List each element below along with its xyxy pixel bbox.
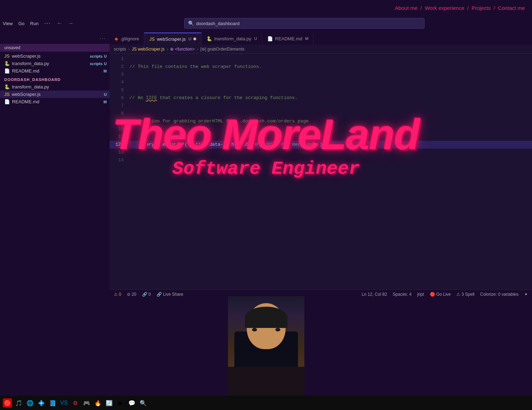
py-tab-icon: 🐍 [206,36,212,41]
taskbar-icon-1[interactable]: 🎵 [14,398,23,408]
webcam-face [228,296,304,395]
editor-wrapper: View Go Run ··· ← → 🔍 doordash_dashboard… [0,16,532,299]
nav-sep-2: / [467,5,469,11]
code-line-10 [129,125,532,133]
tab-readme[interactable]: 📄 README.md M [262,33,314,45]
code-line-6: // An IIFE that creates a closure for th… [129,94,532,102]
status-colorize: Colorize: 0 variables [480,292,519,297]
ln-8: 8 [110,110,124,117]
nav-work[interactable]: Work experience [425,5,464,11]
ln-2: 2 [110,63,124,71]
tab-gitignore[interactable]: ◆ .gitignore [110,33,144,45]
py-icon-3: 🐍 [4,84,10,89]
code-line-14 [129,156,532,164]
code-area[interactable]: 1 2 3 4 5 6 7 8 9 10 11 12 13 14 [110,54,532,289]
nav-sep-1: / [420,5,422,11]
taskbar-icon-10[interactable]: ▶ [116,398,125,408]
taskbar-icon-12[interactable]: 🔍 [139,398,148,408]
tab-transform[interactable]: 🐍 transform_data.py U [201,33,262,45]
taskbar-icon-8[interactable]: 🔥 [93,398,103,408]
sidebar-filename-5: README.md [12,99,102,104]
face-eyes [252,328,280,331]
status-cursor: Ln 12, Col 82 [362,292,387,297]
status-go-live[interactable]: 🔴 Go Live [430,292,451,297]
tab-transform-suffix: U [254,36,257,41]
taskbar-icon-5[interactable]: VS [59,398,69,408]
taskbar-icon-0[interactable]: 🔴 [3,398,12,408]
code-line-13 [129,149,532,156]
ln-12: 12 [110,141,124,149]
nav-sep-3: / [493,5,495,11]
tab-readme-label: README.md [275,36,302,41]
search-bar[interactable]: 🔍 doordash_dashboard [184,18,425,29]
nav-back[interactable]: ← [57,20,63,27]
js-tab-icon: JS [149,36,154,42]
code-line-11 [129,133,532,141]
code-line-2: // This file contains the web scraper fu… [129,63,532,71]
search-text: doordash_dashboard [196,21,240,26]
editor-main: ··· unsaved JS webScraper.js scripts U 🐍… [0,31,532,299]
nav-about[interactable]: About me [395,5,417,11]
js-icon-4: JS [4,92,10,97]
editor-tabs: ◆ .gitignore JS webScraper.js U 🐍 transf… [110,31,532,45]
status-extra: ✦ [524,292,528,297]
nav-projects[interactable]: Projects [472,5,491,11]
menu-run[interactable]: Run [30,21,39,26]
sidebar-file-0[interactable]: JS webScraper.js scripts U [0,52,110,60]
breadcrumb-file: JS webScraper.js [132,47,165,52]
sidebar-filename-1: transform_data.py [12,61,88,66]
taskbar-icon-2[interactable]: 🌐 [25,398,35,408]
sidebar-more[interactable]: ··· [100,35,106,41]
sidebar-filename-4: webScraper.js [12,92,103,97]
search-bar-wrapper: 🔍 doordash_dashboard [184,18,425,29]
status-warnings: ⚠ 0 [114,292,121,297]
sidebar-file-4[interactable]: JS webScraper.js U [0,91,110,98]
ln-4: 4 [110,79,124,86]
code-line-8 [129,110,532,117]
status-wireless: 🔗 0 [142,292,151,297]
taskbar-icon-6[interactable]: ⚙ [71,398,80,408]
sidebar-badge-1: scripts [90,62,103,66]
js-file-icon: JS [4,53,10,59]
ln-10: 10 [110,125,124,133]
sidebar-file-2[interactable]: 📄 README.md M [0,67,110,75]
bc-sep-3: › [197,47,198,52]
tab-webscraper[interactable]: JS webScraper.js U [144,33,201,45]
menu-view[interactable]: View [3,21,13,26]
nav-contact[interactable]: Contact me [498,5,525,11]
ln-11: 11 [110,133,124,141]
md-icon-5: 📄 [4,99,10,104]
top-nav: About me / Work experience / Projects / … [0,0,532,16]
git-icon: ◆ [115,36,118,41]
code-line-7 [129,102,532,110]
sidebar-badge-0: scripts [90,54,103,58]
nav-forward[interactable]: → [68,20,74,27]
taskbar-icon-3[interactable]: 💠 [37,398,46,408]
taskbar-icon-7[interactable]: 🎮 [82,398,91,408]
face-shape [247,303,286,349]
menu-go[interactable]: Go [18,21,24,26]
status-live-share[interactable]: 🔗 Live Share [157,292,183,297]
ln-9: 9 [110,117,124,125]
status-right: Ln 12, Col 82 Spaces: 4 jript 🔴 Go Live … [362,292,528,297]
sidebar-header: ··· [0,33,110,44]
sidebar-section: DOORDASH_DASHBOARD [0,75,110,83]
sidebar-file-3[interactable]: 🐍 transform_data.py [0,83,110,91]
taskbar-icon-11[interactable]: 💬 [127,398,136,408]
code-line-4 [129,79,532,86]
breadcrumb: scripts › JS webScraper.js › ⊕ <function… [110,45,532,54]
taskbar-icon-4[interactable]: 📘 [48,398,57,408]
sidebar-unsaved: unsaved [0,44,110,52]
md-tab-icon: 📄 [267,36,273,41]
eye-left [252,328,257,331]
sidebar-file-1[interactable]: 🐍 transform_data.py scripts U [0,60,110,67]
face-bg-dark [228,367,304,395]
bc-sep-2: › [166,47,168,52]
menu-more[interactable]: ··· [44,20,51,27]
taskbar: 🔴 🎵 🌐 💠 📘 VS ⚙ 🎮 🔥 🔄 ▶ 💬 🔍 [0,396,532,410]
taskbar-icon-9[interactable]: 🔄 [105,398,114,408]
breadcrumb-function: ⊕ <function> [170,47,194,52]
sidebar-filename-2: README.md [12,68,102,74]
sidebar-file-5[interactable]: 📄 README.md M [0,98,110,105]
md-file-icon: 📄 [4,68,10,74]
